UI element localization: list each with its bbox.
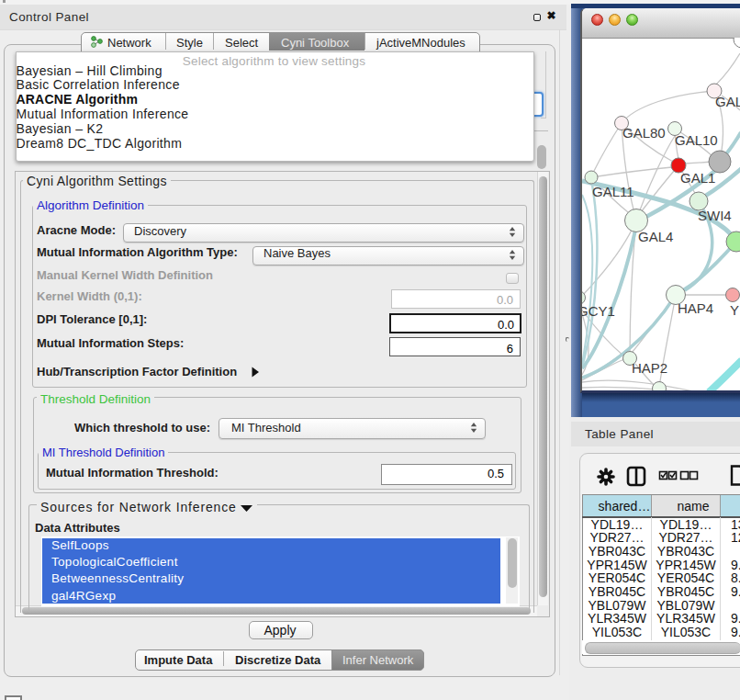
svg-text:GAL80: GAL80 [622,125,666,141]
svg-text:Y: Y [730,302,739,318]
svg-text:HAP2: HAP2 [632,360,667,376]
svg-text:GAL4: GAL4 [638,229,673,244]
svg-text:GCY1: GCY1 [582,303,615,319]
svg-text:GAL1: GAL1 [680,170,715,186]
svg-text:GAL11: GAL11 [592,184,634,199]
svg-text:GAL2: GAL2 [715,94,740,109]
svg-text:HAP4: HAP4 [678,300,713,316]
svg-text:SWI4: SWI4 [698,208,732,223]
svg-text:GAL10: GAL10 [675,132,718,148]
